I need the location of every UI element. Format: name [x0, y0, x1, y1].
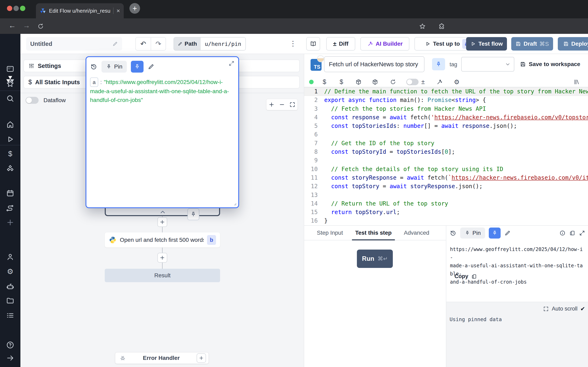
add-error-handler-button[interactable]	[197, 353, 206, 363]
step-summary-input[interactable]	[324, 56, 424, 72]
test-up-to-label: Test up to	[433, 41, 460, 47]
route-icon[interactable]	[6, 204, 15, 212]
undo-icon[interactable]: ↶	[136, 38, 151, 50]
flow-name-field[interactable]: Untitled	[26, 37, 122, 50]
pin-button[interactable]: Pin	[460, 227, 485, 239]
deploy-button[interactable]: Deploy	[558, 37, 588, 50]
history-icon[interactable]	[450, 230, 457, 236]
zoom-out-icon[interactable]	[279, 101, 285, 108]
plus-icon[interactable]	[6, 218, 15, 227]
static-inputs-label: All Static Inputs	[35, 79, 80, 86]
toggle-icon[interactable]	[406, 79, 419, 85]
code-line-10: 10 // Fetch the details of the top story…	[304, 165, 588, 174]
bookmark-star-icon[interactable]	[419, 23, 426, 30]
tag-select[interactable]	[461, 57, 514, 72]
code-editor[interactable]: 1// Define the main function to fetch th…	[304, 87, 588, 225]
info-icon[interactable]	[559, 230, 566, 236]
window-icon[interactable]	[6, 65, 15, 73]
chevron-up-icon[interactable]	[159, 209, 166, 216]
book-icon	[310, 41, 316, 47]
reload-icon[interactable]	[37, 23, 44, 30]
fullscreen-icon[interactable]	[543, 306, 549, 312]
extensions-puzzle-icon[interactable]	[438, 23, 445, 30]
refresh-icon[interactable]	[390, 79, 396, 85]
edit-pencil-icon[interactable]	[148, 63, 155, 70]
zoom-in-icon[interactable]	[268, 101, 275, 108]
magic-wand-icon[interactable]	[436, 79, 443, 85]
tab-advanced[interactable]: Advanced	[398, 226, 435, 240]
home-icon[interactable]	[6, 120, 15, 129]
cubes-icon[interactable]	[6, 165, 15, 173]
plus-minus-icon[interactable]: ±	[421, 78, 425, 86]
library-icon[interactable]	[573, 79, 580, 85]
dataflow-toggle[interactable]	[26, 97, 39, 104]
search-icon[interactable]	[6, 94, 15, 103]
copy-button[interactable]: Copy	[454, 273, 477, 280]
node-pin-badge[interactable]	[187, 208, 199, 220]
pin-button[interactable]: Pin	[102, 61, 127, 73]
edit-pencil-icon[interactable]	[504, 230, 511, 236]
docs-book-button[interactable]	[306, 37, 320, 50]
new-tab-button[interactable]: +	[130, 3, 140, 14]
play-icon	[470, 41, 476, 47]
pinned-toggle-button[interactable]	[489, 227, 501, 239]
dollar-icon[interactable]: $	[323, 78, 326, 86]
fit-view-icon[interactable]	[289, 101, 295, 108]
package-icon[interactable]	[372, 79, 378, 85]
expand-icon[interactable]	[228, 60, 234, 67]
forward-icon[interactable]: →	[23, 21, 30, 30]
path-button[interactable]: Path	[174, 38, 201, 50]
more-options-icon[interactable]: ⋮	[290, 40, 296, 47]
save-floppy-icon	[520, 61, 526, 67]
result-value: https://www.geoffreylitt.com/2025/04/12/…	[450, 245, 586, 286]
ai-builder-button[interactable]: AI Builder	[360, 37, 409, 50]
step-pin-button[interactable]	[432, 58, 445, 70]
error-handler-node[interactable]: Error Handler	[115, 352, 209, 364]
run-button[interactable]: Run ⌘↵	[357, 250, 393, 268]
arrow-right-icon[interactable]	[6, 354, 15, 362]
edit-pencil-icon[interactable]	[112, 41, 118, 47]
tab-test-this-step[interactable]: Test this step	[350, 226, 397, 240]
result-footer: Auto scroll ✔ Using pinned data	[446, 302, 588, 367]
back-icon[interactable]: ←	[9, 21, 16, 30]
tab-step-input[interactable]: Step Input	[311, 226, 348, 240]
insert-step-button[interactable]	[157, 217, 167, 227]
gear-icon[interactable]: ⚙	[6, 267, 15, 276]
gear-icon[interactable]: ⚙	[454, 78, 459, 86]
test-flow-button[interactable]: Test flow	[466, 37, 507, 50]
minimize-window-button[interactable]	[13, 6, 19, 11]
copy-clipboard-icon[interactable]	[569, 230, 575, 236]
pinned-toggle-button[interactable]	[131, 61, 144, 73]
insert-step-button[interactable]	[157, 253, 167, 263]
dollar-icon[interactable]: $	[6, 150, 15, 158]
pin-label: Pin	[472, 230, 481, 236]
flow-result-node[interactable]: Result	[105, 269, 220, 282]
resize-handle[interactable]	[232, 201, 237, 206]
sidebar-divider	[0, 145, 20, 145]
redo-icon[interactable]: ↷	[151, 38, 165, 50]
save-to-workspace-button[interactable]: Save to workspace	[520, 59, 580, 69]
folder-icon[interactable]	[6, 296, 15, 305]
close-window-button[interactable]	[7, 6, 12, 11]
flow-node-b[interactable]: Open url and fetch first 500 words of ..…	[105, 233, 220, 248]
tab-close-icon[interactable]: ×	[116, 7, 120, 14]
help-circle-icon[interactable]	[6, 341, 15, 349]
calendar-icon[interactable]	[6, 189, 15, 198]
star-icon[interactable]	[6, 80, 15, 88]
user-icon[interactable]	[6, 253, 15, 261]
path-widget[interactable]: Path u/henri/pin	[173, 37, 246, 50]
edit-pencil-icon	[178, 42, 182, 46]
diff-button[interactable]: ± Diff	[326, 37, 355, 50]
robot-icon[interactable]	[6, 282, 15, 291]
history-icon[interactable]	[90, 63, 97, 70]
draft-button[interactable]: Draft ⌘S	[511, 37, 553, 50]
dollar-icon[interactable]: $	[339, 78, 343, 86]
sliders-icon	[28, 63, 35, 69]
play-icon[interactable]	[6, 135, 15, 143]
expand-icon[interactable]	[579, 230, 585, 236]
package-icon[interactable]	[355, 79, 362, 85]
list-icon[interactable]	[6, 311, 15, 320]
auto-scroll-toggle[interactable]: Auto scroll ✔	[543, 305, 585, 312]
maximize-window-button[interactable]	[20, 6, 25, 11]
browser-tab[interactable]: Edit Flow u/henri/pin_results ×	[36, 3, 124, 18]
